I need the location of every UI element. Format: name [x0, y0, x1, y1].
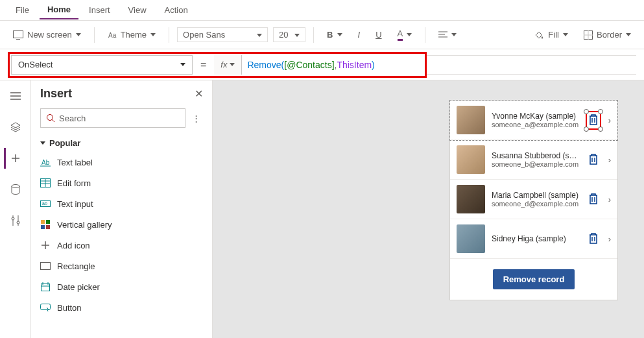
selection-handle[interactable] — [584, 109, 589, 114]
insert-text-label[interactable]: Ab Text label — [31, 152, 212, 173]
panel-list: Popular Ab Text label Edit form ab Text … — [31, 134, 212, 338]
panel-group-popular[interactable]: Popular — [31, 134, 212, 152]
contact-name: Yvonne McKay (sample) — [492, 112, 581, 121]
ribbon: New screen Aa Theme Open Sans 20 B I U A… — [0, 21, 644, 49]
item-label: Text input — [57, 199, 93, 209]
calendar-icon — [40, 282, 51, 292]
fx-button[interactable]: fx — [214, 55, 242, 75]
button-icon — [40, 302, 51, 313]
chevron-right-icon[interactable]: › — [606, 234, 611, 244]
chevron-down-icon — [76, 33, 81, 36]
formula-bar: OnSelect = fx Remove( [@Contacts], ThisI… — [0, 49, 644, 80]
trash-icon[interactable] — [588, 152, 599, 167]
settings-button[interactable] — [5, 210, 26, 231]
fill-icon — [534, 30, 544, 40]
data-button[interactable] — [5, 179, 26, 200]
plus-icon — [40, 240, 51, 250]
insert-edit-form[interactable]: Edit form — [31, 173, 212, 193]
text-input-icon: ab — [40, 199, 51, 209]
font-color-button[interactable]: A — [392, 26, 418, 43]
chevron-down-icon — [230, 63, 235, 66]
svg-point-19 — [47, 115, 53, 121]
menu-insert[interactable]: Insert — [81, 1, 118, 19]
formula-rest[interactable] — [427, 55, 636, 75]
insert-vertical-gallery[interactable]: Vertical gallery — [31, 214, 212, 235]
menu-file[interactable]: File — [8, 1, 37, 19]
menu-view[interactable]: View — [121, 1, 154, 19]
chevron-right-icon[interactable]: › — [606, 155, 611, 165]
insert-button[interactable]: Button — [31, 297, 212, 318]
tree-view-button[interactable] — [5, 86, 26, 106]
separator — [313, 27, 314, 43]
bold-label: B — [327, 30, 333, 40]
more-icon[interactable]: ⋮ — [189, 111, 203, 126]
trash-icon[interactable] — [588, 192, 599, 207]
chevron-down-icon — [180, 63, 185, 66]
theme-label: Theme — [121, 30, 147, 40]
gallery-item[interactable]: Susanna Stubberod (sample) someone_b@exa… — [450, 140, 617, 180]
database-icon — [11, 184, 20, 195]
item-label: Button — [57, 303, 82, 313]
form-icon — [40, 178, 51, 188]
panel-search-row: Search ⋮ — [31, 104, 212, 134]
font-size-select[interactable]: 20 — [273, 27, 305, 42]
panel-title: Insert — [40, 87, 72, 101]
selection-handle[interactable] — [598, 109, 603, 114]
new-screen-button[interactable]: New screen — [8, 27, 86, 42]
insert-rail-button[interactable] — [4, 148, 25, 169]
insert-add-icon[interactable]: Add icon — [31, 235, 212, 256]
gallery-item[interactable]: Maria Campbell (sample) someone_d@exampl… — [450, 180, 617, 219]
item-label: Vertical gallery — [57, 220, 112, 230]
insert-text-input[interactable]: ab Text input — [31, 193, 212, 214]
search-input[interactable]: Search — [40, 108, 185, 128]
gallery-text: Yvonne McKay (sample) someone_a@example.… — [492, 112, 581, 128]
chevron-right-icon[interactable]: › — [606, 115, 611, 125]
gallery-item[interactable]: Sidney Higa (sample) › — [450, 219, 617, 259]
align-button[interactable] — [433, 29, 462, 42]
insert-rectangle[interactable]: Rectangle — [31, 256, 212, 276]
selection-handle[interactable] — [584, 127, 589, 132]
fill-button[interactable]: Fill — [529, 27, 573, 42]
svg-rect-32 — [46, 225, 50, 229]
border-button[interactable]: Border — [578, 27, 636, 42]
selection-handle[interactable] — [598, 127, 603, 132]
italic-button[interactable]: I — [353, 27, 366, 42]
gallery-text: Maria Campbell (sample) someone_d@exampl… — [492, 191, 581, 208]
text-label-icon: Ab — [40, 157, 51, 167]
font-name-select[interactable]: Open Sans — [177, 27, 268, 42]
layers-button[interactable] — [5, 117, 26, 138]
trash-icon[interactable] — [588, 113, 599, 128]
insert-panel: Insert ✕ Search ⋮ Popular Ab Text label … — [31, 80, 213, 338]
trash-icon[interactable] — [588, 232, 599, 247]
underline-button[interactable]: U — [370, 27, 387, 42]
chevron-right-icon[interactable]: › — [606, 195, 611, 204]
font-color-label: A — [398, 29, 403, 41]
property-select[interactable]: OnSelect — [11, 55, 193, 75]
close-icon[interactable]: ✕ — [195, 88, 203, 100]
chevron-down-icon — [626, 33, 631, 36]
menu-action[interactable]: Action — [157, 1, 196, 19]
svg-text:Aa: Aa — [108, 32, 117, 39]
insert-date-picker[interactable]: Date picker — [31, 276, 212, 297]
svg-rect-29 — [41, 220, 45, 224]
canvas[interactable]: Yvonne McKay (sample) someone_a@example.… — [213, 80, 644, 338]
bold-button[interactable]: B — [322, 27, 347, 42]
left-rail — [0, 80, 31, 338]
item-label: Edit form — [57, 178, 91, 188]
equals-label: = — [193, 59, 214, 71]
svg-text:ab: ab — [42, 201, 47, 206]
avatar — [457, 224, 485, 253]
menu-home[interactable]: Home — [40, 1, 78, 19]
item-label: Add icon — [57, 241, 90, 250]
gallery-item[interactable]: Yvonne McKay (sample) someone_a@example.… — [450, 101, 617, 140]
chevron-down-icon — [150, 33, 156, 36]
gallery-text: Sidney Higa (sample) — [492, 234, 581, 243]
remove-record-button[interactable]: Remove record — [493, 269, 575, 289]
property-value: OnSelect — [18, 60, 53, 69]
separator — [169, 27, 169, 43]
formula-token-fn: Remove — [247, 60, 281, 70]
theme-button[interactable]: Aa Theme — [102, 27, 161, 42]
formula-input[interactable]: Remove( [@Contacts], ThisItem ) — [242, 55, 423, 75]
layers-icon — [10, 122, 21, 132]
border-label: Border — [597, 30, 622, 40]
